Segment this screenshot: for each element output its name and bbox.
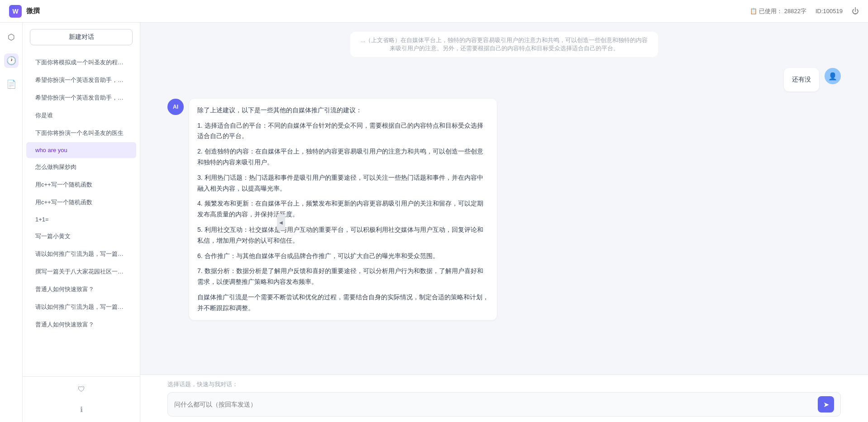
truncated-message: ...（上文省略）在自媒体平台上，独特的内容更容易吸引用户的注意力和共鸣，可以创…	[350, 32, 658, 57]
messages-container: ...（上文省略）在自媒体平台上，独特的内容更容易吸引用户的注意力和共鸣，可以创…	[140, 23, 868, 374]
topbar-right: 📋 已使用： 28822字 ID:100519 ⏻	[750, 7, 859, 15]
user-id: ID:100519	[816, 8, 843, 14]
input-area: 选择话题，快速与我对话： ➤	[140, 374, 868, 422]
sidebar-item-item-3[interactable]: 希望你扮演一个英语发音助手，我提供给你...	[26, 89, 136, 106]
user-avatar: 👤	[825, 68, 841, 84]
ai-paragraph: 4. 频繁发布和更新：在自媒体平台上，频繁发布和更新的内容更容易吸引用户的关注和…	[197, 198, 489, 220]
input-row: ➤	[167, 392, 841, 417]
sidebar-item-item-11[interactable]: 写一篇小黄文	[26, 228, 136, 245]
app-logo: W	[9, 5, 22, 18]
rail-icon-chat[interactable]: 🕐	[4, 53, 19, 68]
rail-icon-1[interactable]: ⬡	[4, 30, 19, 44]
sidebar-item-item-4[interactable]: 你是谁	[26, 107, 136, 124]
chat-area: ...（上文省略）在自媒体平台上，独特的内容更容易吸引用户的注意力和共鸣，可以创…	[140, 23, 868, 422]
ai-content: 除了上述建议，以下是一些其他的自媒体推广引流的建议：1. 选择适合自己的平台：不…	[197, 105, 489, 314]
send-icon: ➤	[823, 400, 829, 409]
main-layout: ⬡ 🕐 📄 新建对话 下面你将模拟成一个叫圣友的程序员，我说...希望你扮演一个…	[0, 23, 868, 422]
ai-paragraph: 5. 利用社交互动：社交媒体是与用户互动的重要平台，可以积极利用社交媒体与用户互…	[197, 225, 489, 246]
ai-paragraph: 2. 创造独特的内容：在自媒体平台上，独特的内容更容易吸引用户的注意力和共鸣，可…	[197, 146, 489, 168]
ai-paragraph: 7. 数据分析：数据分析是了解用户反馈和喜好的重要途径，可以分析用户行为和数据，…	[197, 266, 489, 288]
ai-paragraph: 3. 利用热门话题：热门话题和事件是吸引用户的重要途径，可以关注一些热门话题和事…	[197, 173, 489, 194]
sidebar-item-item-15[interactable]: 请以如何推广引流为题，写一篇大纲	[26, 298, 136, 316]
user-message-content: 还有没	[784, 68, 819, 91]
ai-paragraph: 除了上述建议，以下是一些其他的自媒体推广引流的建议：	[197, 105, 489, 116]
power-button[interactable]: ⏻	[852, 7, 859, 15]
ai-paragraph: 自媒体推广引流是一个需要不断尝试和优化的过程，需要结合自身的实际情况，制定合适的…	[197, 292, 489, 314]
user-message-row: 👤 还有没	[167, 68, 841, 91]
sidebar-item-item-9[interactable]: 用c++写一个随机函数	[26, 194, 136, 211]
sidebar-item-item-16[interactable]: 普通人如何快速致富？	[26, 316, 136, 333]
conversation-list: 下面你将模拟成一个叫圣友的程序员，我说...希望你扮演一个英语发音助手，我提供给…	[23, 52, 140, 376]
collapse-button[interactable]: ◀	[277, 214, 285, 230]
sidebar-item-item-14[interactable]: 普通人如何快速致富？	[26, 281, 136, 298]
chat-input[interactable]	[174, 401, 813, 408]
sidebar-item-item-12[interactable]: 请以如何推广引流为题，写一篇大纲	[26, 245, 136, 263]
usage-label: 已使用：	[759, 7, 782, 15]
sidebar-bottom: 🛡 ℹ	[23, 376, 140, 422]
topbar-left: W 微撰	[9, 5, 40, 18]
ai-message-row: AI 除了上述建议，以下是一些其他的自媒体推广引流的建议：1. 选择适合自己的平…	[167, 99, 841, 320]
sidebar-item-item-7[interactable]: 怎么做狗屎炒肉	[26, 158, 136, 176]
rail-icon-file[interactable]: 📄	[4, 77, 19, 91]
new-conversation-button[interactable]: 新建对话	[30, 29, 133, 45]
ai-paragraph: 1. 选择适合自己的平台：不同的自媒体平台针对的受众不同，需要根据自己的内容特点…	[197, 120, 489, 142]
user-message-text: 还有没	[792, 76, 811, 83]
usage-value: 28822字	[784, 7, 806, 15]
ai-avatar: AI	[167, 99, 184, 115]
quick-select-label: 选择话题，快速与我对话：	[167, 380, 841, 388]
sidebar: 新建对话 下面你将模拟成一个叫圣友的程序员，我说...希望你扮演一个英语发音助手…	[23, 23, 140, 422]
sidebar-item-item-10[interactable]: 1+1=	[26, 211, 136, 227]
icon-rail: ⬡ 🕐 📄	[0, 23, 23, 422]
app-title: 微撰	[26, 7, 40, 15]
sidebar-item-item-8[interactable]: 用c++写一个随机函数	[26, 176, 136, 193]
ai-message-bubble: 除了上述建议，以下是一些其他的自媒体推广引流的建议：1. 选择适合自己的平台：不…	[189, 99, 497, 320]
ai-paragraph: 6. 合作推广：与其他自媒体平台或品牌合作推广，可以扩大自己的曝光率和受众范围。	[197, 251, 489, 262]
sidebar-item-item-5[interactable]: 下面你将扮演一个名叫圣友的医生	[26, 125, 136, 142]
shield-icon[interactable]: 🛡	[73, 381, 90, 398]
sidebar-item-item-1[interactable]: 下面你将模拟成一个叫圣友的程序员，我说...	[26, 54, 136, 71]
info-icon[interactable]: ℹ	[73, 401, 90, 417]
send-button[interactable]: ➤	[818, 396, 834, 412]
user-message-bubble: 还有没	[784, 68, 819, 91]
usage-icon: 📋	[750, 8, 757, 14]
usage-info: 📋 已使用： 28822字	[750, 7, 806, 15]
sidebar-item-item-2[interactable]: 希望你扮演一个英语发音助手，我提供给你...	[26, 72, 136, 89]
sidebar-item-item-13[interactable]: 撰写一篇关于八大家花园社区一刻钟便民生...	[26, 263, 136, 280]
sidebar-item-item-6[interactable]: who are you	[26, 142, 136, 158]
truncated-row: ...（上文省略）在自媒体平台上，独特的内容更容易吸引用户的注意力和共鸣，可以创…	[167, 32, 841, 57]
topbar: W 微撰 📋 已使用： 28822字 ID:100519 ⏻	[0, 0, 868, 23]
